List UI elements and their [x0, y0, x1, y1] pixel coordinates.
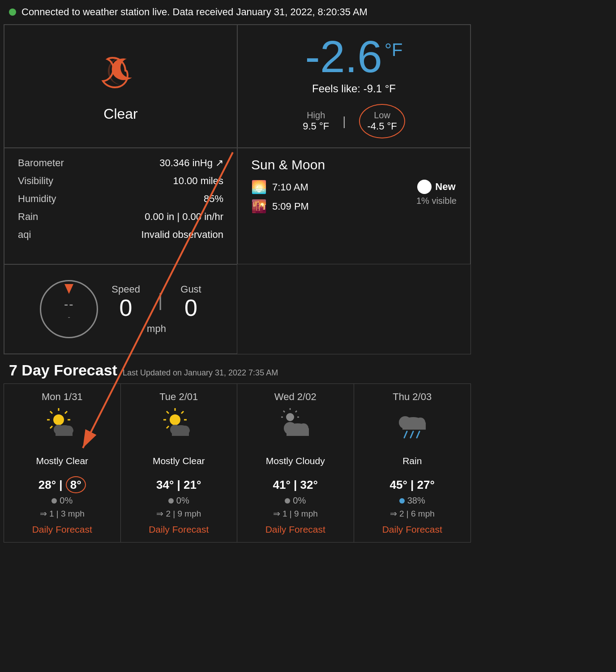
rain-label: Rain	[18, 211, 76, 223]
svg-line-6	[65, 411, 67, 414]
svg-line-7	[50, 426, 52, 428]
forecast-day-4: Thu 2/03 Rain 45° | 27°	[354, 384, 471, 542]
rain-row: Rain 0.00 in | 0.00 in/hr	[18, 211, 223, 223]
forecast-condition-2: Mostly Clear	[153, 449, 205, 473]
temp-separator-1: |	[59, 478, 66, 491]
forecast-precip-4: 38%	[399, 495, 425, 506]
svg-line-41	[404, 431, 407, 438]
sunrise-time: 7:10 AM	[272, 181, 308, 193]
humidity-label: Humidity	[18, 193, 76, 205]
high-label: High	[303, 110, 329, 121]
wind-gust-item: Gust 0	[180, 284, 201, 321]
svg-point-13	[170, 414, 180, 425]
forecast-condition-1: Mostly Clear	[36, 449, 88, 473]
forecast-day-1: Mon 1/31	[4, 384, 121, 542]
temp-separator-2: |	[177, 478, 184, 491]
forecast-temps-1: 28° | 8°	[38, 478, 86, 492]
aqi-row: aqi Invalid observation	[18, 229, 223, 241]
forecast-precip-1: 0%	[51, 495, 73, 506]
svg-rect-12	[56, 430, 73, 436]
precip-icon-1	[51, 498, 57, 504]
svg-line-18	[167, 411, 169, 414]
precip-value-4: 38%	[407, 495, 425, 506]
high-temp: High 9.5 °F	[303, 110, 329, 132]
visibility-value: 10.00 miles	[173, 175, 223, 187]
sunrise-icon: 🌅	[251, 180, 267, 194]
forecast-date-4: Thu 2/03	[393, 391, 432, 403]
high-low-container: High 9.5 °F | Low -4.5 °F	[303, 104, 405, 138]
temperature-unit: °F	[385, 41, 402, 59]
compass-direction: --	[64, 297, 74, 311]
precip-icon-3	[285, 498, 290, 504]
moon-phase: New 1% visible	[416, 180, 457, 206]
svg-rect-36	[287, 428, 309, 436]
svg-point-0	[53, 414, 64, 425]
forecast-date-2: Tue 2/01	[159, 391, 198, 403]
svg-line-31	[283, 411, 285, 412]
svg-line-20	[167, 426, 169, 428]
wind-divider: |	[158, 290, 163, 310]
forecast-icon-3	[278, 407, 313, 445]
svg-line-43	[417, 431, 419, 438]
temperature-value: -2.6	[305, 34, 382, 79]
svg-line-19	[181, 411, 184, 414]
forecast-updated: Last Updated on January 31, 2022 7:35 AM	[123, 368, 278, 378]
forecast-high-3: 41°	[273, 478, 291, 491]
humidity-row: Humidity 85%	[18, 193, 223, 205]
forecast-day-2: Tue 2/01 Mostly Cle	[121, 384, 238, 542]
forecast-icon-4	[394, 407, 430, 445]
forecast-icon-1	[44, 407, 80, 445]
precip-icon-2	[168, 498, 174, 504]
sunset-row: 🌇 5:09 PM	[251, 199, 309, 214]
moon-new-row: New	[417, 180, 455, 194]
forecast-link-2[interactable]: Daily Forecast	[149, 524, 209, 535]
weather-condition-icon	[101, 51, 141, 97]
barometer-value: 30.346 inHg ↗	[159, 157, 223, 169]
low-value: -4.5 °F	[367, 121, 397, 132]
forecast-section: 7 Day Forecast Last Updated on January 3…	[4, 354, 471, 543]
precip-value-3: 0%	[293, 495, 306, 506]
forecast-high-1: 28°	[38, 478, 56, 491]
main-weather-grid: Clear -2.6 °F Feels like: -9.1 °F High 9…	[4, 24, 471, 354]
aqi-value: Invalid observation	[141, 229, 223, 241]
compass-sub: -	[68, 313, 70, 321]
forecast-high-2: 34°	[156, 478, 174, 491]
precip-value-1: 0%	[60, 495, 73, 506]
forecast-precip-2: 0%	[168, 495, 189, 506]
forecast-date-1: Mon 1/31	[42, 391, 83, 403]
sun-moon-title: Sun & Moon	[251, 157, 457, 172]
forecast-link-1[interactable]: Daily Forecast	[32, 524, 92, 535]
visibility-row: Visibility 10.00 miles	[18, 175, 223, 187]
sunrise-row: 🌅 7:10 AM	[251, 180, 309, 194]
low-temp: Low -4.5 °F	[359, 104, 405, 138]
svg-line-32	[295, 411, 297, 412]
wind-cell: -- - Speed 0 | Gust 0 mph	[4, 264, 237, 354]
forecast-date-3: Wed 2/02	[274, 391, 317, 403]
forecast-link-3[interactable]: Daily Forecast	[265, 524, 325, 535]
forecast-wind-3: ⇒ 1 | 9 mph	[273, 508, 318, 519]
low-label: Low	[367, 110, 397, 121]
svg-rect-40	[402, 422, 426, 430]
forecast-header: 7 Day Forecast Last Updated on January 3…	[4, 362, 471, 383]
forecast-grid: Mon 1/31	[4, 383, 471, 543]
condition-cell: Clear	[4, 25, 237, 148]
wind-compass: -- -	[40, 280, 98, 338]
forecast-precip-3: 0%	[285, 495, 306, 506]
moon-visibility: 1% visible	[416, 196, 457, 206]
forecast-temps-3: 41° | 32°	[273, 478, 318, 492]
svg-line-5	[50, 411, 52, 414]
aqi-label: aqi	[18, 229, 76, 241]
wind-speed-label: Speed	[111, 284, 140, 295]
condition-label: Clear	[103, 106, 137, 122]
forecast-wind-1: ⇒ 1 | 3 mph	[40, 508, 85, 519]
wind-gust-value: 0	[180, 295, 201, 321]
wind-stats: Speed 0 | Gust 0 mph	[111, 284, 201, 334]
forecast-high-4: 45°	[390, 478, 407, 491]
forecast-temps-2: 34° | 21°	[156, 478, 201, 492]
high-value: 9.5 °F	[303, 121, 329, 132]
precip-value-2: 0%	[176, 495, 189, 506]
sunset-icon: 🌇	[251, 199, 267, 214]
forecast-condition-3: Mostly Cloudy	[266, 449, 325, 473]
forecast-link-4[interactable]: Daily Forecast	[382, 524, 442, 535]
forecast-low-3: 32°	[300, 478, 318, 491]
